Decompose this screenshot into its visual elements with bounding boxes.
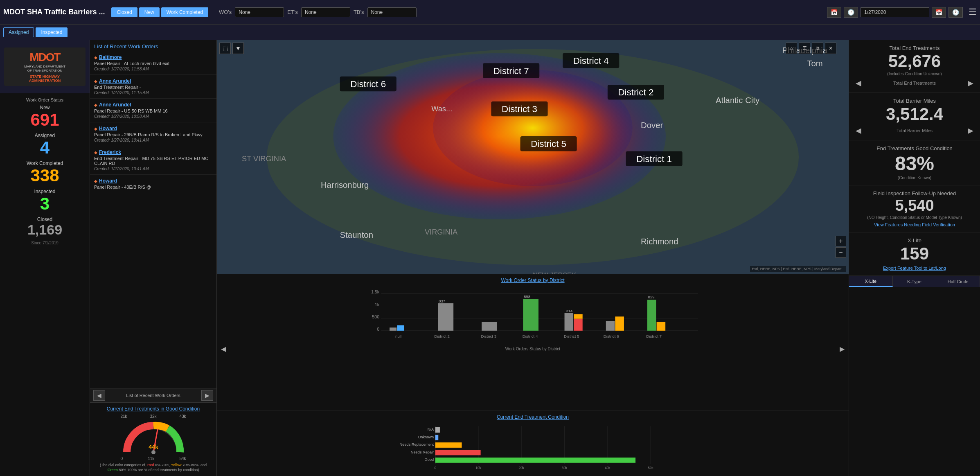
wo-county[interactable]: Anne Arundel — [99, 102, 131, 108]
barrier-miles-next[interactable]: ▶ — [968, 126, 973, 135]
map-cursor-btn[interactable]: ⬚ — [219, 43, 231, 54]
filter-inspected[interactable]: Inspected — [36, 27, 68, 37]
hamburger-menu[interactable]: ☰ — [969, 7, 977, 18]
clock-icon-left[interactable]: 🕐 — [844, 7, 858, 18]
diamond-icon: ◆ — [94, 150, 97, 155]
xlite-link[interactable]: Export Feature Tool to Lat/Long — [856, 266, 973, 271]
status-section: Work Order Status New 691 Assigned 4 Wor… — [0, 93, 90, 476]
total-et-prev[interactable]: ◀ — [856, 79, 861, 88]
svg-text:Dover: Dover — [641, 121, 663, 130]
svg-rect-81 — [435, 435, 438, 440]
gauge-label-0: 0 — [121, 456, 123, 461]
new-status-item: New 691 — [4, 105, 86, 129]
chart-next-btn[interactable]: ▶ — [840, 345, 845, 353]
barrier-miles-prev[interactable]: ◀ — [856, 126, 861, 135]
svg-text:Staunton: Staunton — [340, 230, 373, 239]
et-section: Current End Treatments in Good Condition… — [90, 402, 216, 476]
wo-desc: Panel Repair - 40E/B R/S @ — [94, 185, 212, 189]
total-et-sub: (Includes Condition Unknown) — [856, 72, 973, 76]
wo-date: Created: 1/27/2020, 11:58 AM — [94, 67, 212, 71]
field-insp-link[interactable]: View Features Needing Field Verification — [856, 222, 973, 227]
wo-scroll-label: List of Recent Work Orders — [126, 393, 180, 398]
work-completed-status-item: Work Completed 338 — [4, 160, 86, 185]
new-label: New — [4, 105, 86, 111]
wo-county[interactable]: Frederick — [99, 149, 121, 155]
map-list-btn[interactable]: ☰ — [799, 43, 810, 54]
svg-rect-82 — [435, 442, 462, 448]
chart-prev-btn[interactable]: ◀ — [221, 345, 226, 353]
map-zoom-out[interactable]: − — [836, 247, 846, 258]
map-zoom-in[interactable]: + — [836, 236, 846, 246]
middle-panel: List of Recent Work Orders ◆BaltimorePan… — [90, 40, 217, 476]
wo-county[interactable]: Howard — [99, 126, 117, 131]
svg-text:314: 314 — [566, 308, 573, 313]
wo-scroll-right[interactable]: ▶ — [201, 390, 213, 401]
wo-filters: WO's None ET's None TB's None — [219, 7, 417, 17]
clock-icon-right[interactable]: 🕐 — [948, 7, 963, 18]
wo-county[interactable]: Howard — [99, 178, 117, 184]
gauge-label-54k: 54k — [179, 456, 186, 461]
tb-select[interactable]: None — [367, 7, 417, 17]
svg-text:District 1: District 1 — [636, 154, 672, 164]
svg-rect-40 — [390, 327, 397, 331]
map-svg: District 6 District 7 District 4 Distric… — [217, 40, 849, 274]
wo-date: Created: 1/27/2020, 10:41 AM — [94, 138, 212, 142]
total-et-value: 52,676 — [856, 52, 973, 71]
wo-by-district-title: Work Order Status by District — [221, 277, 845, 283]
date-input[interactable] — [861, 7, 929, 17]
barrier-miles-nav: ◀ Total Barrier Miles ▶ — [856, 126, 973, 135]
svg-rect-60 — [657, 322, 666, 331]
svg-text:NEW JERSEY: NEW JERSEY — [533, 271, 576, 274]
filter-new[interactable]: New — [139, 7, 160, 17]
wo-county[interactable]: Anne Arundel — [99, 78, 131, 84]
tab-ktype[interactable]: K-Type — [893, 276, 937, 287]
wo-scroll-left[interactable]: ◀ — [93, 390, 105, 401]
total-et-next[interactable]: ▶ — [968, 79, 973, 88]
inspected-label: Inspected — [4, 189, 86, 194]
inspected-value: 3 — [4, 194, 86, 213]
field-insp-value: 5,540 — [856, 197, 973, 214]
svg-rect-84 — [435, 458, 635, 463]
filter-work-completed[interactable]: Work Completed — [161, 7, 208, 17]
map-dropdown-btn[interactable]: ▼ — [232, 43, 244, 54]
wo-county[interactable]: Baltimore — [99, 54, 122, 60]
svg-rect-59 — [647, 300, 656, 330]
barrier-miles-title: Total Barrier Miles — [856, 98, 973, 104]
bar-chart-svg: 1.5k 1k 500 0 null 837 District 2 — [221, 286, 845, 343]
gauge-note: (The dial color categories of, Red 0%-70… — [94, 462, 212, 473]
et-select[interactable]: None — [301, 7, 350, 17]
svg-text:1k: 1k — [375, 302, 380, 307]
barrier-miles-card: Total Barrier Miles 3,512.4 ◀ Total Barr… — [849, 93, 980, 140]
list-item: ◆HowardPanel Repair - 40E/B R/S @ — [90, 175, 216, 193]
filter-closed[interactable]: Closed — [111, 7, 137, 17]
tab-xlite[interactable]: X-Lite — [849, 276, 893, 287]
barrier-miles-value: 3,512.4 — [856, 105, 973, 124]
svg-text:District 5: District 5 — [564, 334, 579, 338]
gauge-bottom-labels: 0 11k 54k — [121, 456, 186, 461]
calendar-icon-right[interactable]: 📅 — [932, 7, 946, 18]
logo-box: MDOT MARYLAND DEPARTMENTOF TRANSPORTATIO… — [4, 47, 86, 86]
et-good-value: 83% — [856, 152, 973, 175]
svg-point-6 — [433, 70, 633, 186]
svg-text:VIRGINIA: VIRGINIA — [425, 228, 458, 236]
type-tabs: X-Lite K-Type Half Circle — [849, 276, 980, 287]
svg-text:30k: 30k — [562, 466, 568, 470]
xlite-card: X-Lite 159 Export Feature Tool to Lat/Lo… — [849, 232, 980, 276]
tab-halfcircle[interactable]: Half Circle — [936, 276, 980, 287]
inspected-status-item: Inspected 3 — [4, 189, 86, 213]
calendar-icon-left[interactable]: 📅 — [827, 7, 841, 18]
xlite-title: X-Lite — [856, 237, 973, 244]
diamond-icon: ◆ — [94, 179, 97, 183]
diamond-icon: ◆ — [94, 103, 97, 107]
map-layers-btn[interactable]: ⧉ — [812, 43, 823, 54]
map-home-btn[interactable]: ⌂ — [786, 43, 797, 54]
svg-text:898: 898 — [524, 294, 530, 299]
filter-assigned[interactable]: Assigned — [3, 27, 34, 37]
closed-label: Closed — [4, 217, 86, 222]
map-section: District 6 District 7 District 4 Distric… — [217, 40, 849, 476]
svg-text:837: 837 — [439, 298, 445, 303]
map-close-btn[interactable]: ✕ — [825, 43, 836, 54]
wo-select[interactable]: None — [235, 7, 284, 17]
et-good-title: End Treatments Good Condition — [856, 145, 973, 151]
list-item: ◆Anne ArundelEnd Treatment Repair -Creat… — [90, 75, 216, 99]
